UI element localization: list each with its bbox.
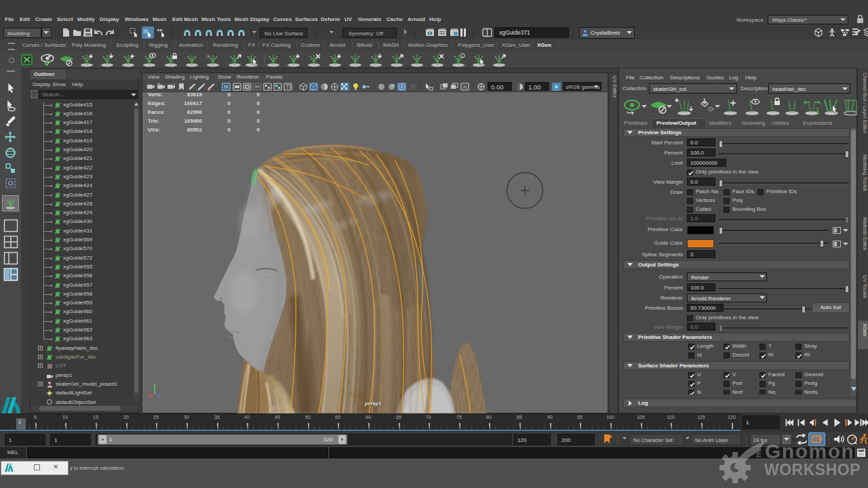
svg-text:THE: THE xyxy=(755,446,762,458)
svg-text:WORKSHOP: WORKSHOP xyxy=(764,461,861,479)
svg-text:Gnomon: Gnomon xyxy=(765,440,854,462)
svg-text:N: N xyxy=(463,85,467,89)
